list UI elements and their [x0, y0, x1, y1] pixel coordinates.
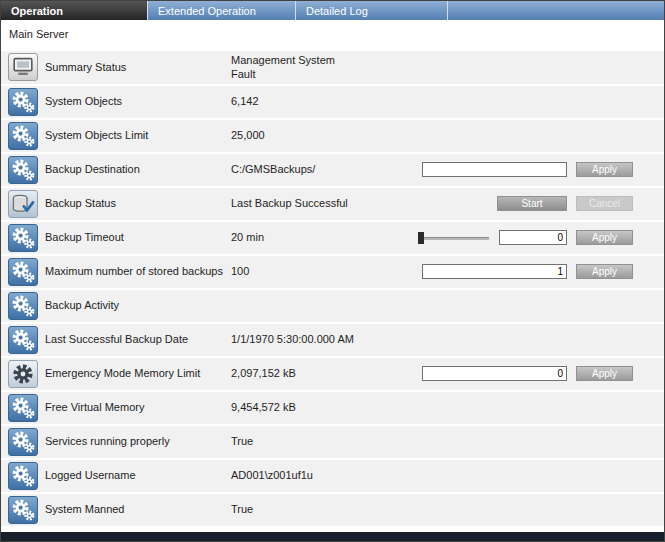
- property-list: Summary Status Management System Fault S…: [1, 48, 664, 532]
- row-value: 2,097,152 kB: [231, 366, 363, 380]
- slider-handle[interactable]: [418, 232, 424, 244]
- row-label: System Manned: [45, 503, 231, 516]
- table-row: Logged Username AD001\z001uf1u: [1, 460, 664, 492]
- apply-button[interactable]: Apply: [576, 366, 633, 381]
- gear-icon: [8, 462, 38, 490]
- table-row: Summary Status Management System Fault: [1, 51, 664, 84]
- table-row: System Objects Limit 25,000: [1, 120, 664, 152]
- row-value: True: [231, 434, 363, 448]
- cancel-backup-button[interactable]: Cancel: [576, 196, 633, 211]
- tab-extended-operation[interactable]: Extended Operation: [148, 1, 296, 20]
- gear-icon: [8, 122, 38, 150]
- backup-timeout-input[interactable]: [499, 230, 567, 245]
- apply-button[interactable]: Apply: [576, 230, 633, 245]
- row-label: Summary Status: [45, 61, 231, 74]
- slider-track: [419, 237, 489, 240]
- row-value: Last Backup Successful: [231, 196, 363, 210]
- row-controls: Start Cancel: [363, 196, 664, 211]
- row-label: System Objects Limit: [45, 129, 231, 142]
- table-row: Backup Activity: [1, 290, 664, 322]
- backup-destination-input[interactable]: [422, 162, 567, 177]
- row-value: 9,454,572 kB: [231, 400, 363, 414]
- row-label: System Objects: [45, 95, 231, 108]
- table-row: Emergency Mode Memory Limit 2,097,152 kB…: [1, 358, 664, 390]
- table-row: Backup Status Last Backup Successful Sta…: [1, 188, 664, 220]
- table-row: System Manned True: [1, 494, 664, 526]
- row-label: Logged Username: [45, 469, 231, 482]
- table-row: Backup Timeout 20 min Apply: [1, 222, 664, 254]
- row-controls: Apply: [363, 366, 664, 381]
- gear-icon: [8, 156, 38, 184]
- row-controls: Apply: [363, 162, 664, 177]
- table-row: Maximum number of stored backups 100 App…: [1, 256, 664, 288]
- emergency-memory-input[interactable]: [422, 366, 567, 381]
- row-value: 25,000: [231, 128, 363, 142]
- gear-icon: [8, 258, 38, 286]
- apply-button[interactable]: Apply: [576, 264, 633, 279]
- app-window: Operation Extended Operation Detailed Lo…: [0, 0, 665, 542]
- row-value: 20 min: [231, 230, 363, 244]
- tab-detailed-log[interactable]: Detailed Log: [296, 1, 448, 20]
- gear-icon: [8, 224, 38, 252]
- database-check-icon: [8, 190, 38, 218]
- row-value: AD001\z001uf1u: [231, 468, 363, 482]
- gear-icon: [8, 428, 38, 456]
- row-value: 100: [231, 264, 363, 278]
- table-row: Free Virtual Memory 9,454,572 kB: [1, 392, 664, 424]
- row-controls: Apply: [363, 230, 664, 245]
- row-value: 6,142: [231, 94, 363, 108]
- max-backups-input[interactable]: [422, 264, 567, 279]
- row-label: Backup Status: [45, 197, 231, 210]
- table-row: Backup Destination C:/GMSBackups/ Apply: [1, 154, 664, 186]
- tab-bar: Operation Extended Operation Detailed Lo…: [1, 1, 664, 20]
- start-backup-button[interactable]: Start: [497, 196, 567, 211]
- row-label: Maximum number of stored backups: [45, 265, 231, 278]
- bottom-status-bar: [1, 532, 664, 541]
- apply-button[interactable]: Apply: [576, 162, 633, 177]
- gear-icon: [8, 394, 38, 422]
- breadcrumb-label: Main Server: [9, 28, 68, 40]
- gear-icon: [8, 496, 38, 524]
- tab-operation[interactable]: Operation: [1, 1, 148, 20]
- row-label: Free Virtual Memory: [45, 401, 231, 414]
- row-label: Backup Activity: [45, 299, 231, 312]
- row-label: Services running properly: [45, 435, 231, 448]
- gear-icon: [8, 88, 38, 116]
- row-value: True: [231, 502, 363, 516]
- row-value: 1/1/1970 5:30:00.000 AM: [231, 332, 363, 346]
- row-label: Emergency Mode Memory Limit: [45, 367, 231, 380]
- gear-icon: [8, 326, 38, 354]
- gear-icon: [8, 292, 38, 320]
- row-value: Management System Fault: [231, 53, 363, 82]
- row-label: Last Successful Backup Date: [45, 333, 231, 346]
- monitor-icon: [8, 53, 38, 81]
- row-controls: Apply: [363, 264, 664, 279]
- table-row: Last Successful Backup Date 1/1/1970 5:3…: [1, 324, 664, 356]
- row-label: Backup Destination: [45, 163, 231, 176]
- table-row: Services running properly True: [1, 426, 664, 458]
- backup-timeout-slider[interactable]: [418, 232, 490, 244]
- dark-gear-icon: [8, 360, 38, 388]
- breadcrumb: Main Server: [1, 20, 664, 48]
- row-label: Backup Timeout: [45, 231, 231, 244]
- table-row: System Objects 6,142: [1, 86, 664, 118]
- row-value: C:/GMSBackups/: [231, 162, 363, 176]
